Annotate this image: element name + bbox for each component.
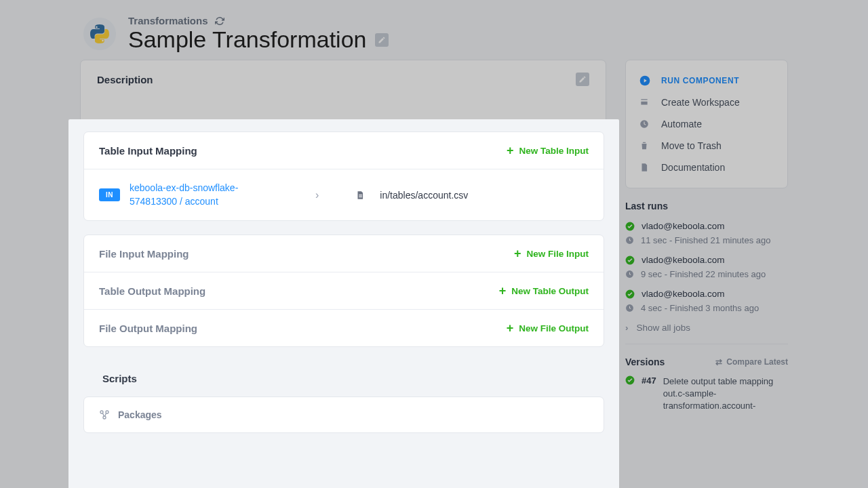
table-output-mapping-title: Table Output Mapping: [99, 285, 205, 297]
packages-icon: [99, 409, 110, 420]
chevron-right-icon: ›: [315, 189, 319, 201]
new-table-input-button[interactable]: + New Table Input: [507, 144, 589, 157]
svg-point-16: [103, 416, 106, 419]
new-file-output-button[interactable]: +New File Output: [507, 322, 589, 334]
mapping-panel: Table Input Mapping + New Table Input IN…: [68, 119, 619, 488]
svg-rect-13: [359, 197, 363, 197]
scripts-heading: Scripts: [83, 361, 604, 396]
in-badge: IN: [99, 188, 120, 201]
other-mappings-card: File Input Mapping +New File Input Table…: [83, 235, 604, 347]
new-table-output-button[interactable]: +New Table Output: [499, 285, 589, 297]
svg-rect-11: [359, 194, 363, 195]
table-input-mapping-title: Table Input Mapping: [99, 145, 197, 157]
table-input-row[interactable]: IN keboola-ex-db-snowflake-574813300 / a…: [84, 169, 604, 220]
plus-icon: +: [514, 247, 521, 260]
file-input-mapping-title: File Input Mapping: [99, 248, 189, 260]
svg-rect-12: [359, 195, 363, 196]
packages-row[interactable]: Packages: [84, 397, 604, 432]
file-icon: [355, 190, 365, 201]
plus-icon: +: [507, 322, 514, 334]
table-input-mapping-card: Table Input Mapping + New Table Input IN…: [83, 131, 604, 221]
new-file-input-button[interactable]: +New File Input: [514, 247, 589, 260]
packages-card: Packages: [83, 396, 604, 433]
destination-path: in/tables/account.csv: [380, 190, 468, 201]
file-output-mapping-title: File Output Mapping: [99, 323, 197, 334]
plus-icon: +: [507, 144, 514, 157]
source-table-link[interactable]: keboola-ex-db-snowflake-574813300 / acco…: [130, 182, 265, 208]
plus-icon: +: [499, 285, 507, 297]
